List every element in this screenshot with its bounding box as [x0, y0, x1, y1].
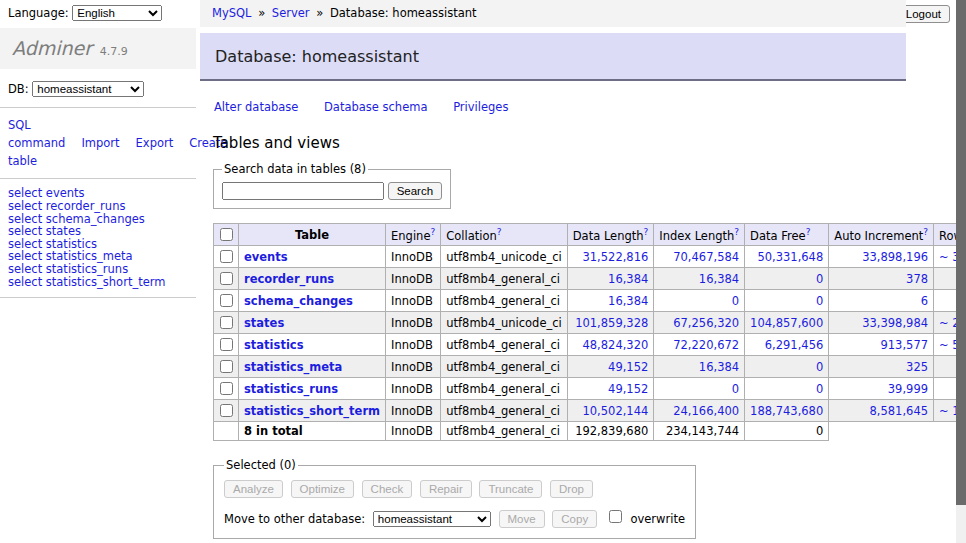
table-row: states InnoDB utf8mb4_unicode_ci 101,859… [214, 312, 966, 334]
breadcrumb-mysql-link[interactable]: MySQL [212, 6, 252, 20]
table-total-row: 8 in total InnoDB utf8mb4_general_ci 192… [214, 422, 966, 441]
auto-increment-cell: 8,581,645 [829, 400, 934, 422]
index-length-cell: 0 [654, 290, 745, 312]
db-label: DB: [8, 82, 29, 96]
collation-cell: utf8mb4_general_ci [441, 334, 568, 356]
data-length-cell: 192,839,680 [567, 422, 654, 441]
engine-cell: InnoDB [386, 290, 441, 312]
collation-cell: utf8mb4_unicode_ci [441, 246, 568, 268]
row-checkbox[interactable] [220, 360, 233, 373]
tables-heading: Tables and views [213, 134, 906, 152]
selected-buttons: Analyze Optimize Check Repair Truncate D… [224, 480, 685, 498]
search-input[interactable] [222, 182, 384, 200]
scrollbar-thumb[interactable] [956, 0, 966, 505]
repair-button[interactable]: Repair [420, 480, 472, 498]
table-row: statistics_runs InnoDB utf8mb4_general_c… [214, 378, 966, 400]
help-icon[interactable]: ? [923, 227, 928, 237]
help-icon[interactable]: ? [806, 227, 811, 237]
sidebar-export-link[interactable]: Export [136, 136, 174, 150]
select-all-checkbox[interactable] [220, 228, 233, 241]
data-free-cell: 0 [745, 268, 829, 290]
search-fieldset: Search data in tables (8) Search [213, 162, 451, 209]
row-checkbox[interactable] [220, 272, 233, 285]
db-select[interactable]: homeassistant [32, 81, 144, 97]
content: MySQL » Server » Database: homeassistant… [200, 0, 906, 543]
data-length-cell: 49,152 [567, 378, 654, 400]
data-free-cell: 0 [745, 356, 829, 378]
breadcrumb-server-link[interactable]: Server [272, 6, 310, 20]
privileges-link[interactable]: Privileges [453, 100, 508, 114]
table-link[interactable]: statistics_short_term [244, 404, 380, 418]
engine-cell: InnoDB [386, 378, 441, 400]
sidebar-item-select-statistics-runs[interactable]: select statistics_runs [8, 263, 188, 276]
optimize-button[interactable]: Optimize [291, 480, 354, 498]
table-link[interactable]: events [244, 250, 288, 264]
move-button[interactable]: Move [499, 510, 545, 528]
overwrite-checkbox[interactable] [609, 510, 622, 523]
table-link[interactable]: statistics_runs [244, 382, 338, 396]
db-selector-row: DB: homeassistant [0, 69, 196, 108]
move-database-select[interactable]: homeassistant [373, 511, 491, 527]
collation-cell: utf8mb4_unicode_ci [441, 312, 568, 334]
table-row: recorder_runs InnoDB utf8mb4_general_ci … [214, 268, 966, 290]
scrollbar-track[interactable] [956, 0, 966, 543]
drop-button[interactable]: Drop [550, 480, 593, 498]
copy-button[interactable]: Copy [552, 510, 597, 528]
row-checkbox[interactable] [220, 338, 233, 351]
table-link[interactable]: recorder_runs [244, 272, 334, 286]
sidebar-import-link[interactable]: Import [81, 136, 119, 150]
help-icon[interactable]: ? [644, 227, 649, 237]
column-header-engine: Engine? [386, 224, 441, 246]
column-header-data-length: Data Length? [567, 224, 654, 246]
language-select[interactable]: English [72, 5, 162, 21]
sidebar-sql-command-link[interactable]: SQL command [8, 118, 65, 150]
table-link[interactable]: schema_changes [244, 294, 353, 308]
row-checkbox[interactable] [220, 404, 233, 417]
selected-legend: Selected (0) [224, 458, 298, 472]
column-header-table: Table [239, 224, 386, 246]
analyze-button[interactable]: Analyze [224, 480, 283, 498]
table-row: events InnoDB utf8mb4_unicode_ci 31,522,… [214, 246, 966, 268]
row-checkbox[interactable] [220, 294, 233, 307]
alter-database-link[interactable]: Alter database [214, 100, 298, 114]
help-icon[interactable]: ? [497, 227, 502, 237]
table-row: statistics_meta InnoDB utf8mb4_general_c… [214, 356, 966, 378]
adminer-title: Adminer [12, 37, 92, 59]
auto-increment-cell: 913,577 [829, 334, 934, 356]
database-schema-link[interactable]: Database schema [324, 100, 427, 114]
auto-increment-cell: 33,898,196 [829, 246, 934, 268]
row-checkbox[interactable] [220, 382, 233, 395]
collation-cell: utf8mb4_general_ci [441, 422, 568, 441]
index-length-cell: 24,166,400 [654, 400, 745, 422]
data-length-cell: 10,502,144 [567, 400, 654, 422]
sidebar-item-select-recorder-runs[interactable]: select recorder_runs [8, 200, 188, 213]
engine-cell: InnoDB [386, 268, 441, 290]
overwrite-label: overwrite [630, 512, 685, 526]
index-length-cell: 72,220,672 [654, 334, 745, 356]
data-length-cell: 49,152 [567, 356, 654, 378]
data-free-cell: 188,743,680 [745, 400, 829, 422]
table-link[interactable]: statistics [244, 338, 304, 352]
breadcrumb-current: Database: homeassistant [330, 6, 477, 20]
search-legend: Search data in tables (8) [222, 162, 368, 176]
adminer-screen: Language: English Logout Adminer 4.7.9 D… [0, 0, 966, 543]
index-length-cell: 16,384 [654, 268, 745, 290]
data-length-cell: 101,859,328 [567, 312, 654, 334]
row-checkbox[interactable] [220, 250, 233, 263]
table-link[interactable]: statistics_meta [244, 360, 342, 374]
sidebar: Adminer 4.7.9 DB: homeassistant SQL comm… [0, 28, 196, 298]
auto-increment-cell: 39,999 [829, 378, 934, 400]
table-link[interactable]: states [244, 316, 284, 330]
sidebar-item-select-statistics-short-term[interactable]: select statistics_short_term [8, 276, 188, 289]
help-icon[interactable]: ? [734, 227, 739, 237]
index-length-cell: 67,256,320 [654, 312, 745, 334]
tables-list: Table Engine? Collation? Data Length? In… [213, 223, 966, 441]
selected-fieldset: Selected (0) Analyze Optimize Check Repa… [213, 458, 696, 539]
help-icon[interactable]: ? [430, 227, 435, 237]
row-checkbox[interactable] [220, 316, 233, 329]
search-button[interactable]: Search [388, 182, 442, 200]
truncate-button[interactable]: Truncate [479, 480, 542, 498]
collation-cell: utf8mb4_general_ci [441, 356, 568, 378]
check-button[interactable]: Check [362, 480, 413, 498]
sidebar-item-select-states[interactable]: select states [8, 225, 188, 238]
